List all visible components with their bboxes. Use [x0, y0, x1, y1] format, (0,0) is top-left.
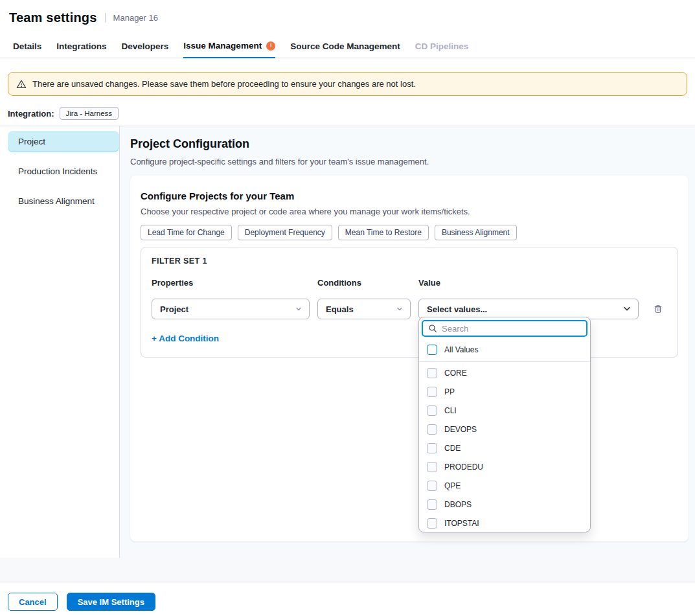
section-subtitle: Configure project-specific settings and …	[130, 157, 689, 166]
column-properties: Properties	[152, 278, 310, 288]
value-select-dropdown: All Values CORE PP CLI DEVOPS CDE PRODED…	[418, 317, 591, 532]
option-pp[interactable]: PP	[419, 382, 590, 401]
sidebar-item-business-alignment[interactable]: Business Alignment	[8, 190, 119, 212]
tab-issue-management[interactable]: Issue Management !	[183, 41, 275, 58]
chevron-down-icon	[622, 304, 632, 314]
metric-tags: Lead Time for Change Deployment Frequenc…	[141, 225, 678, 240]
all-values-option[interactable]: All Values	[419, 339, 590, 359]
all-values-label: All Values	[444, 345, 478, 354]
main-panel: Project Configuration Configure project-…	[120, 126, 695, 558]
property-select[interactable]: Project	[152, 299, 310, 319]
save-im-settings-button[interactable]: Save IM Settings	[67, 593, 155, 611]
checkbox[interactable]	[427, 424, 437, 435]
sidebar-item-production-incidents[interactable]: Production Incidents	[8, 161, 119, 182]
footer-spacer	[0, 558, 695, 582]
filter-set-1: FILTER SET 1 Properties Conditions Value…	[141, 247, 678, 358]
integration-row: Integration: Jira - Harness	[8, 107, 687, 126]
banner-text: There are unsaved changes. Please save t…	[32, 79, 416, 89]
card-subtitle: Choose your respective project or code a…	[141, 207, 678, 216]
chevron-down-icon	[396, 305, 404, 313]
dropdown-options-list[interactable]: CORE PP CLI DEVOPS CDE PRODEDU QPE DBOPS…	[419, 363, 590, 532]
option-core[interactable]: CORE	[419, 363, 590, 382]
sidebar-item-project[interactable]: Project	[8, 131, 119, 152]
tab-details[interactable]: Details	[13, 41, 41, 58]
dropdown-divider	[419, 361, 590, 362]
dropdown-search	[422, 320, 587, 337]
chevron-down-icon	[295, 305, 302, 313]
checkbox[interactable]	[427, 443, 437, 453]
option-qpe[interactable]: QPE	[419, 476, 590, 495]
column-conditions: Conditions	[317, 278, 411, 288]
configure-projects-card: Configure Projects for your Team Choose …	[130, 176, 689, 542]
option-cli[interactable]: CLI	[419, 401, 590, 420]
tag-lead-time-for-change[interactable]: Lead Time for Change	[141, 225, 232, 240]
checkbox[interactable]	[427, 387, 437, 397]
checkbox[interactable]	[427, 518, 437, 529]
tab-content: Project Production Incidents Business Al…	[0, 126, 695, 558]
tab-developers[interactable]: Developers	[122, 41, 169, 58]
option-dbops[interactable]: DBOPS	[419, 495, 590, 514]
search-input[interactable]	[442, 324, 581, 334]
checkbox[interactable]	[427, 368, 437, 378]
tab-source-code-management[interactable]: Source Code Management	[290, 41, 400, 58]
team-settings-page: Team settings Manager 16 Details Integra…	[0, 0, 695, 616]
integration-chip[interactable]: Jira - Harness	[60, 107, 119, 120]
option-devops[interactable]: DEVOPS	[419, 420, 590, 439]
search-icon	[428, 324, 437, 333]
page-header: Team settings Manager 16	[0, 0, 695, 36]
integration-label: Integration:	[8, 109, 54, 119]
warning-icon	[16, 79, 27, 89]
column-value: Value	[418, 278, 639, 288]
tag-deployment-frequency[interactable]: Deployment Frequency	[238, 225, 332, 240]
tab-cd-pipelines: CD Pipelines	[415, 41, 469, 58]
section-title: Project Configuration	[130, 137, 689, 151]
trash-icon	[653, 304, 663, 314]
card-title: Configure Projects for your Team	[141, 190, 678, 201]
tag-mean-time-to-restore[interactable]: Mean Time to Restore	[338, 225, 429, 240]
add-condition-button[interactable]: + Add Condition	[152, 334, 219, 343]
notice-section: There are unsaved changes. Please save t…	[0, 58, 695, 126]
delete-condition-button[interactable]	[650, 301, 666, 317]
all-values-checkbox[interactable]	[427, 345, 437, 355]
checkbox[interactable]	[427, 481, 437, 491]
page-title: Team settings	[9, 10, 97, 25]
checkbox[interactable]	[427, 405, 437, 416]
settings-sidebar: Project Production Incidents Business Al…	[0, 126, 120, 558]
option-itopstai[interactable]: ITOPSTAI	[419, 514, 590, 532]
tab-bar: Details Integrations Developers Issue Ma…	[0, 36, 695, 58]
cancel-button[interactable]: Cancel	[8, 593, 58, 611]
condition-select[interactable]: Equals	[317, 299, 411, 319]
footer-actions: Cancel Save IM Settings	[0, 582, 695, 616]
tab-integrations[interactable]: Integrations	[56, 41, 106, 58]
checkbox[interactable]	[427, 499, 437, 510]
option-prodedu[interactable]: PRODEDU	[419, 457, 590, 476]
unsaved-changes-badge: !	[266, 41, 275, 51]
tag-business-alignment[interactable]: Business Alignment	[435, 225, 517, 240]
option-cde[interactable]: CDE	[419, 439, 590, 457]
page-subtitle: Manager 16	[105, 13, 158, 23]
checkbox[interactable]	[427, 462, 437, 472]
filter-set-title: FILTER SET 1	[152, 257, 667, 266]
unsaved-changes-banner: There are unsaved changes. Please save t…	[8, 72, 687, 96]
filter-grid: Properties Conditions Value Project Equa…	[152, 266, 667, 319]
